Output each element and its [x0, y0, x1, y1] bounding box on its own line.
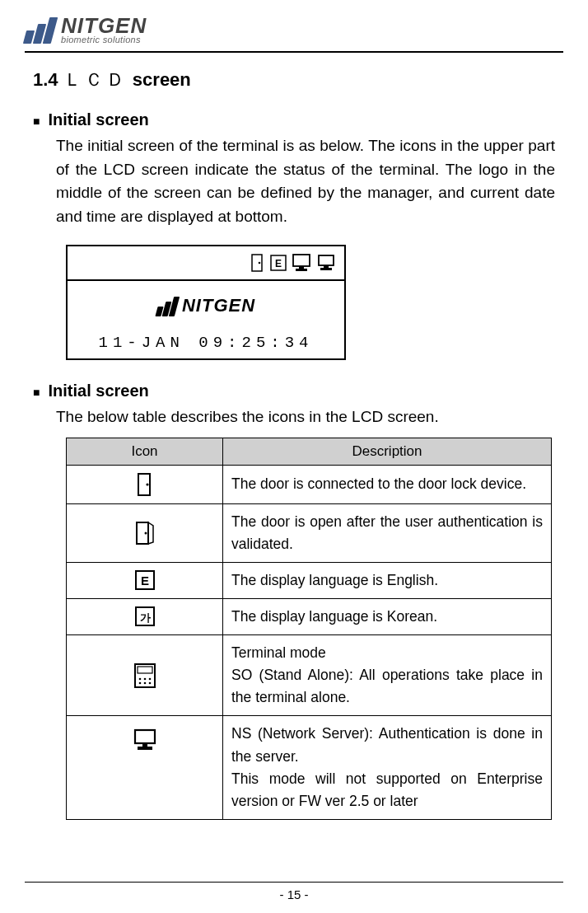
icon-cell-terminal-so — [67, 635, 223, 716]
brand-header: NITGEN biometric solutions — [25, 15, 563, 51]
table-row: NS (Network Server): Authentication is d… — [67, 716, 552, 820]
paragraph-1: The initial screen of the terminal is as… — [56, 134, 555, 228]
svg-text:가: 가 — [139, 611, 150, 624]
lcd-mock: E NITGEN 11-JAN 09:25:34 — [66, 245, 346, 360]
desc-cell: Terminal modeSO (Stand Alone): All opera… — [223, 635, 552, 716]
door-closed-icon — [136, 472, 154, 497]
svg-point-1 — [259, 262, 261, 265]
svg-rect-5 — [299, 266, 304, 269]
terminal-so-icon — [133, 663, 157, 689]
desc-cell: The door is open after the user authenti… — [223, 503, 552, 562]
table-row: The door is open after the user authenti… — [67, 503, 552, 562]
icon-table: Icon Description The door is connected t… — [66, 438, 552, 820]
paragraph-2: The below table describes the icons in t… — [56, 405, 555, 429]
svg-rect-20 — [138, 667, 152, 673]
svg-text:E: E — [275, 258, 282, 269]
lang-icon: E — [270, 255, 287, 271]
desc-cell: The display language is English. — [223, 562, 552, 598]
door-icon — [250, 254, 265, 272]
desc-cell: The display language is Korean. — [223, 598, 552, 634]
lang-english-icon: E — [134, 569, 156, 591]
svg-rect-8 — [324, 265, 329, 268]
section-rest: screen — [133, 69, 191, 90]
icon-cell-lang-e: E — [67, 562, 223, 598]
table-row: E The display language is English. — [67, 562, 552, 598]
page-number: - 15 - — [25, 883, 563, 906]
svg-rect-7 — [319, 255, 334, 265]
icon-cell-terminal-ns — [67, 716, 223, 820]
svg-rect-6 — [296, 269, 307, 271]
subsection-heading-1: Initial screen — [48, 110, 148, 129]
svg-point-26 — [148, 681, 151, 684]
svg-rect-27 — [135, 730, 155, 743]
header-divider — [25, 51, 563, 53]
lcd-datetime: 11-JAN 09:25:34 — [68, 330, 344, 358]
svg-text:E: E — [140, 574, 148, 588]
table-head-icon: Icon — [67, 438, 223, 465]
network-icon — [316, 254, 336, 272]
table-row: Terminal modeSO (Stand Alone): All opera… — [67, 635, 552, 716]
table-row: The door is connected to the door lock d… — [67, 465, 552, 503]
svg-point-21 — [138, 677, 141, 680]
lcd-logo: NITGEN — [68, 281, 344, 330]
subsection-heading-2: Initial screen — [48, 382, 148, 400]
lang-korean-icon: 가 — [134, 606, 156, 627]
lcd-status-bar: E — [68, 246, 344, 281]
section-title: 1.4 ＬＣＤ screen — [33, 68, 555, 92]
icon-cell-door-open — [67, 503, 223, 562]
door-open-icon — [134, 521, 156, 545]
bullet-icon: ■ — [33, 115, 40, 128]
svg-rect-28 — [142, 743, 147, 747]
brand-logo-icon — [25, 16, 54, 44]
svg-point-11 — [146, 483, 148, 485]
desc-cell: The door is connected to the door lock d… — [223, 465, 552, 503]
brand-name: NITGEN — [61, 15, 147, 36]
icon-cell-lang-k: 가 — [67, 598, 223, 634]
svg-rect-29 — [138, 747, 152, 750]
section-mono: ＬＣＤ — [63, 71, 128, 91]
svg-point-22 — [143, 677, 146, 680]
svg-rect-9 — [320, 268, 332, 270]
svg-point-14 — [144, 531, 147, 534]
table-head-desc: Description — [223, 438, 552, 465]
terminal-icon — [292, 254, 311, 272]
bullet-icon: ■ — [33, 386, 40, 399]
desc-cell: NS (Network Server): Authentication is d… — [223, 716, 552, 820]
svg-point-25 — [143, 681, 146, 684]
svg-point-23 — [148, 677, 151, 680]
table-row: 가 The display language is Korean. — [67, 598, 552, 634]
terminal-ns-icon — [132, 728, 158, 752]
lcd-brand-text: NITGEN — [182, 295, 255, 316]
svg-rect-4 — [293, 255, 310, 266]
icon-cell-door-closed — [67, 465, 223, 503]
section-number: 1.4 — [33, 69, 58, 90]
brand-subtitle: biometric solutions — [61, 35, 147, 44]
svg-point-24 — [138, 681, 141, 684]
